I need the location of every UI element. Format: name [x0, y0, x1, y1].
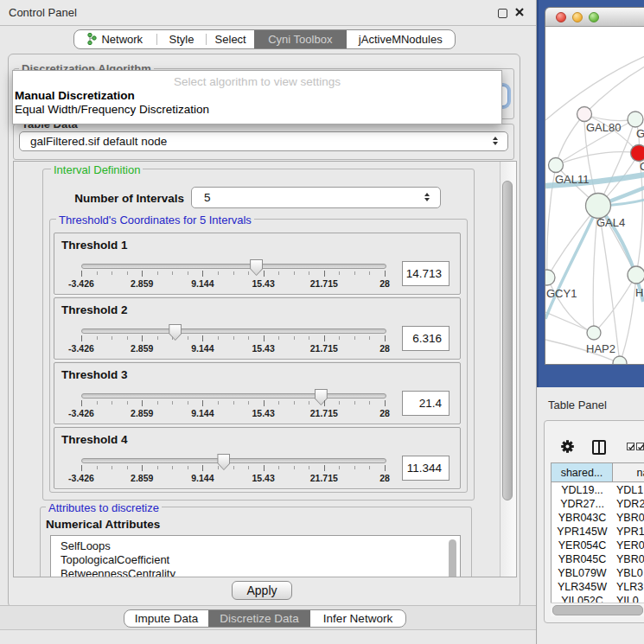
threshold-value-field[interactable]: 14.713 [402, 261, 450, 286]
slider-tick [324, 271, 325, 277]
slider-tick [354, 271, 355, 275]
slider-tick [127, 401, 128, 405]
network-node[interactable] [613, 356, 627, 365]
columns-icon[interactable] [592, 440, 606, 455]
tab-network[interactable]: Network [74, 30, 156, 48]
threshold-name: Threshold 4 [61, 433, 128, 446]
slider-tick [248, 401, 249, 405]
tab-jactivemnodules[interactable]: jActiveMNodules [347, 30, 455, 48]
network-node[interactable] [549, 158, 564, 173]
column-header-name[interactable]: na [613, 463, 644, 482]
threshold-value-field[interactable]: 6.316 [402, 326, 450, 351]
slider-tick [385, 465, 386, 471]
apply-button[interactable]: Apply [232, 581, 292, 600]
slider-tick-label: -3.426 [68, 473, 94, 483]
slider-handle[interactable] [169, 324, 182, 341]
network-edge [547, 206, 598, 277]
checkbox-icon[interactable] [627, 443, 634, 450]
slider-tick [172, 466, 173, 469]
column-header-shared-name[interactable]: shared... [552, 463, 613, 482]
close-icon[interactable] [514, 7, 525, 17]
cell-shared-name: YPR145W [552, 526, 613, 538]
slider-tick [339, 336, 340, 340]
list-scrollbar-thumb[interactable] [449, 539, 456, 577]
network-node[interactable] [545, 270, 555, 285]
slider-handle[interactable] [217, 454, 230, 470]
table-row[interactable]: YER054CYER0 [552, 539, 644, 553]
bottom-tab-impute-data[interactable]: Impute Data [124, 610, 208, 627]
dropdown-hint: Select algorithm to view settings [13, 75, 501, 88]
table-data-combo-value: galFiltered.sif default node [30, 135, 167, 148]
table-row[interactable]: YPR145WYPR1 [552, 526, 644, 539]
slider-track[interactable] [81, 393, 386, 399]
tab-select[interactable]: Select [207, 30, 254, 48]
slider-tick-label: 28 [379, 343, 390, 354]
slider-tick [112, 271, 112, 275]
bottom-tab-infer-network[interactable]: Infer Network [310, 610, 405, 627]
scrollbar-track[interactable] [500, 162, 516, 577]
slider-tick [278, 401, 279, 405]
tab-cyni-toolbox[interactable]: Cyni Toolbox [254, 30, 347, 48]
attribute-item[interactable]: TopologicalCoefficient [61, 553, 169, 566]
network-node[interactable] [631, 145, 644, 162]
network-node[interactable] [587, 326, 601, 340]
slider-tick-label: 2.859 [131, 408, 153, 418]
network-node[interactable] [586, 194, 611, 219]
node-table: shared... na YDL19...YDL1YDR27...YDR2YBR… [551, 462, 644, 616]
threshold-value-field[interactable]: 11.344 [402, 456, 450, 481]
zoom-traffic-light-icon[interactable] [589, 12, 599, 22]
table-row[interactable]: YLR345WYLR3 [552, 581, 644, 595]
dropdown-item-equal-width[interactable]: Equal Width/Frequency Discretization [15, 103, 209, 116]
table-hscrollbar[interactable] [551, 603, 644, 616]
number-of-intervals-label: Number of Intervals [53, 192, 184, 205]
minimize-traffic-light-icon[interactable] [572, 12, 583, 22]
threshold-value-field[interactable]: 21.4 [402, 391, 450, 416]
slider-tick [294, 271, 295, 275]
gear-icon[interactable] [560, 439, 575, 454]
slider-tick [248, 466, 249, 469]
slider-tick-label: 15.43 [252, 278, 274, 289]
network-node[interactable] [628, 112, 643, 127]
table-data-combo[interactable]: galFiltered.sif default node [19, 131, 508, 151]
slider-track[interactable] [81, 264, 386, 269]
bottom-tab-discretize-data[interactable]: Discretize Data [208, 610, 310, 627]
slider-tick [233, 271, 234, 275]
slider-tick [81, 400, 82, 406]
slider-tick [339, 466, 340, 469]
table-hscrollbar-thumb[interactable] [552, 605, 643, 615]
table-row[interactable]: YDL19...YDL1 [552, 484, 644, 498]
slider-handle[interactable] [250, 259, 263, 276]
slider-tick [81, 271, 82, 277]
network-node[interactable] [577, 107, 592, 122]
slider-track[interactable] [81, 458, 386, 463]
slider-tick [202, 400, 203, 406]
table-row[interactable]: YBR043CYBR0 [552, 512, 644, 526]
network-canvas[interactable]: GAL80GACGAL11GAL4GCY1HHAP2 [545, 27, 644, 365]
slider-track[interactable] [81, 328, 386, 334]
slider-tick [233, 466, 234, 469]
network-node[interactable] [628, 266, 644, 284]
table-row[interactable]: YDR27...YDR2 [552, 498, 644, 512]
float-window-icon[interactable] [498, 9, 507, 18]
threshold-panel-2: Threshold 2-3.4262.8599.14415.4321.71528… [54, 297, 461, 360]
network-edge [584, 67, 644, 114]
slider-tick-label: 2.859 [131, 343, 153, 354]
attribute-item[interactable]: BetweennessCentrality [61, 567, 175, 577]
table-row[interactable]: YBL079WYBL0 [552, 567, 644, 581]
slider-tick [294, 401, 295, 405]
close-traffic-light-icon[interactable] [556, 12, 566, 22]
scrollbar-thumb[interactable] [502, 181, 513, 501]
dropdown-item-manual[interactable]: Manual Discretization [15, 89, 135, 102]
checkbox-icon[interactable] [636, 443, 644, 450]
slider-tick [278, 336, 279, 340]
threshold-panel-4: Threshold 4-3.4262.8599.14415.4321.71528… [54, 427, 461, 489]
attribute-item[interactable]: SelfLoops [61, 539, 111, 552]
slider-tick-label: 9.144 [191, 408, 214, 418]
slider-handle[interactable] [315, 389, 328, 405]
number-of-intervals-spinner[interactable]: 5 [191, 187, 441, 208]
tab-style[interactable]: Style [157, 30, 207, 48]
slider-tick [264, 400, 265, 406]
slider-tick [81, 465, 82, 471]
numerical-attributes-list[interactable]: SelfLoopsTopologicalCoefficientBetweenne… [50, 535, 461, 577]
table-row[interactable]: YBR045CYBR0 [552, 553, 644, 567]
